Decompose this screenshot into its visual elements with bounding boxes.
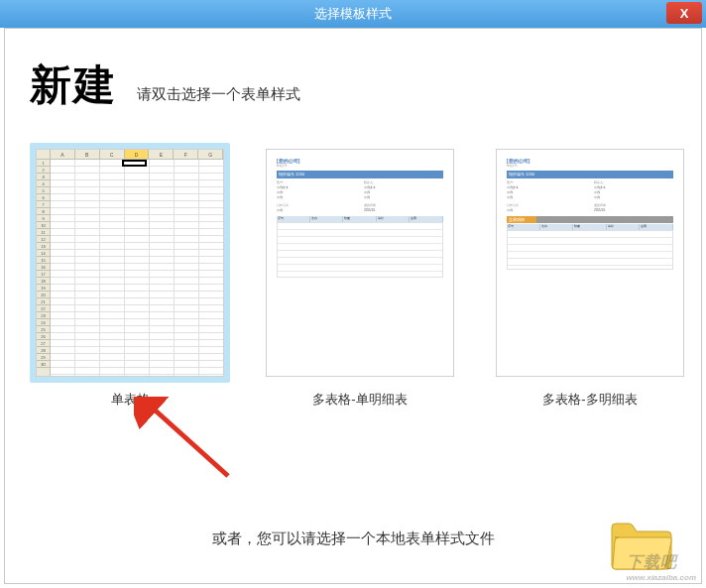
template-label: 多表格-多明细表	[542, 391, 637, 409]
titlebar: 选择模板样式 X	[0, 0, 706, 28]
template-list: ABCDEFG 12345678910111213141516171819202…	[30, 143, 676, 409]
template-multi-multi-detail[interactable]: [您的公司] 地址行1 报价编号 1234 客户:联系人: 示例文本示例文本 示…	[490, 143, 690, 409]
svg-line-0	[149, 405, 228, 476]
open-local-file-button[interactable]	[607, 518, 676, 572]
annotation-arrow-icon	[134, 397, 243, 486]
close-button[interactable]: X	[666, 2, 702, 24]
content-area: 新建 请双击选择一个表单样式 ABCDEFG 12345678910111213…	[0, 28, 706, 409]
folder-icon	[607, 518, 676, 572]
template-thumbnail: [您的公司] 地址行1 报价编号 1234 客户:联系人: 示例文本示例文本 示…	[496, 149, 684, 377]
template-thumbnail: [您的公司] 地址行1 报价编号 1234 客户:联系人: 示例文本示例文本 示…	[266, 149, 454, 377]
window-title: 选择模板样式	[314, 5, 392, 23]
close-icon: X	[680, 6, 689, 21]
template-multi-single-detail[interactable]: [您的公司] 地址行1 报价编号 1234 客户:联系人: 示例文本示例文本 示…	[260, 143, 460, 409]
template-label: 单表格	[111, 391, 150, 409]
alternative-text: 或者，您可以请选择一个本地表单样式文件	[0, 529, 706, 548]
template-single-table[interactable]: ABCDEFG 12345678910111213141516171819202…	[30, 143, 230, 409]
template-thumbnail: ABCDEFG 12345678910111213141516171819202…	[36, 149, 224, 377]
header-row: 新建 请双击选择一个表单样式	[30, 58, 676, 113]
page-title: 新建	[30, 58, 117, 113]
template-label: 多表格-单明细表	[312, 391, 407, 409]
page-subtitle: 请双击选择一个表单样式	[137, 85, 300, 104]
